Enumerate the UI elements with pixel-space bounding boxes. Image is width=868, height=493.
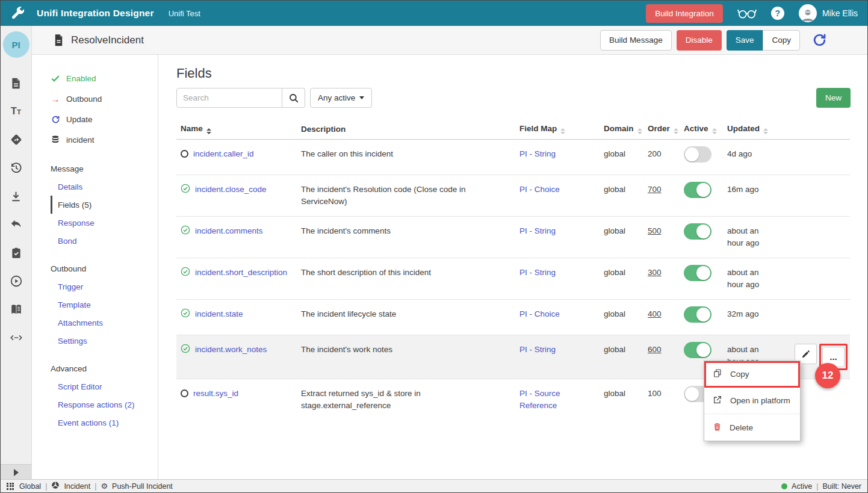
document-rail-icon[interactable] — [10, 76, 23, 90]
field-name-link[interactable]: incident.short_description — [195, 268, 287, 277]
active-toggle-on[interactable] — [684, 306, 711, 323]
field-name-link[interactable]: incident.work_notes — [195, 345, 267, 354]
build-integration-button[interactable]: Build Integration — [646, 4, 723, 23]
field-order-link[interactable]: 300 — [648, 268, 662, 277]
status-integration[interactable]: Incident — [64, 482, 90, 491]
field-order-link[interactable]: 400 — [648, 309, 662, 318]
user-avatar[interactable] — [799, 4, 817, 22]
active-toggle-on[interactable] — [684, 182, 711, 198]
active-toggle-on[interactable] — [684, 223, 711, 240]
sidebar-item-bond[interactable]: Bond — [51, 232, 158, 250]
sidebar-item-response-actions[interactable]: Response actions (2) — [51, 395, 158, 414]
refresh-icon — [51, 115, 60, 124]
wrench-icon[interactable] — [10, 6, 25, 20]
column-header-updated[interactable]: Updated — [727, 124, 784, 135]
field-description: The incident's work notes — [301, 344, 519, 356]
field-status-check-icon — [181, 267, 190, 276]
sidebar-item-update[interactable]: Update — [51, 109, 158, 129]
expand-rail-button[interactable] — [1, 464, 31, 480]
database-icon — [51, 135, 60, 144]
disable-button[interactable]: Disable — [677, 30, 722, 51]
sidebar-item-trigger[interactable]: Trigger — [51, 278, 158, 296]
context-menu-delete[interactable]: Delete — [704, 414, 800, 441]
column-header-domain[interactable]: Domain — [604, 124, 648, 135]
field-name-link[interactable]: incident.caller_id — [193, 149, 254, 158]
field-updated: 32m ago — [727, 308, 784, 320]
sidebar-item-settings[interactable]: Settings — [51, 332, 158, 350]
sidebar-item-template[interactable]: Template — [51, 296, 158, 314]
sidebar-item-script-editor[interactable]: Script Editor — [51, 377, 158, 395]
field-map-link[interactable]: PI - String — [519, 226, 556, 235]
context-menu-open-in-platform[interactable]: Open in platform — [704, 388, 800, 414]
code-icon[interactable] — [10, 331, 23, 344]
download-icon[interactable] — [10, 190, 23, 203]
field-name-link[interactable]: incident.state — [195, 309, 243, 318]
column-header-active[interactable]: Active — [684, 124, 727, 135]
sidebar-item-details[interactable]: Details — [51, 178, 158, 196]
new-button[interactable]: New — [816, 88, 851, 108]
save-button[interactable]: Save — [727, 30, 763, 51]
section-header-advanced: Advanced — [51, 359, 158, 377]
field-map-link[interactable]: PI - Source Reference — [519, 389, 560, 410]
field-map-link[interactable]: PI - Choice — [519, 185, 560, 194]
history-icon[interactable] — [10, 161, 23, 175]
sidebar-item-attachments[interactable]: Attachments — [51, 314, 158, 332]
field-order-link[interactable]: 700 — [648, 185, 662, 194]
active-toggle-on[interactable] — [684, 265, 711, 281]
copy-button[interactable]: Copy — [763, 30, 800, 51]
status-bar: Global | Incident | ⚙ Push-Pull Incident… — [1, 479, 867, 492]
field-name-link[interactable]: incident.close_code — [195, 185, 267, 194]
sidebar-item-outbound-state[interactable]: → Outbound — [51, 88, 158, 109]
field-name-link[interactable]: result.sys_id — [193, 389, 238, 398]
sort-icon — [712, 128, 717, 135]
menu-icon[interactable] — [840, 35, 856, 46]
context-menu-copy[interactable]: Copy — [704, 361, 800, 388]
column-header-field-map[interactable]: Field Map — [519, 124, 604, 135]
field-status-check-icon — [181, 344, 190, 353]
table-row: incident.close_code The incident's Resol… — [176, 175, 850, 217]
column-header-order[interactable]: Order — [648, 124, 684, 135]
external-link-icon — [713, 395, 722, 406]
column-header-name[interactable]: Name — [176, 124, 301, 135]
status-active-label: Active — [792, 482, 812, 491]
field-map-link[interactable]: PI - Choice — [519, 309, 560, 318]
field-map-link[interactable]: PI - String — [519, 345, 556, 354]
row-context-menu: Copy Open in platform Delete — [704, 361, 801, 441]
apps-grid-icon[interactable] — [7, 483, 14, 490]
documentation-book-icon[interactable] — [10, 303, 23, 316]
directions-icon[interactable] — [10, 133, 23, 146]
undo-icon[interactable] — [10, 218, 23, 231]
field-domain: global — [604, 344, 648, 356]
refresh-icon[interactable] — [812, 33, 827, 48]
integration-avatar[interactable]: PI — [3, 31, 29, 58]
preview-glasses-icon[interactable] — [736, 7, 758, 20]
help-icon[interactable]: ? — [771, 7, 784, 20]
active-filter-dropdown[interactable]: Any active — [310, 88, 372, 108]
build-message-button[interactable]: Build Message — [600, 30, 672, 51]
user-name[interactable]: Mike Ellis — [822, 8, 858, 18]
sidebar-item-response[interactable]: Response — [51, 214, 158, 232]
field-updated: 16m ago — [727, 184, 784, 196]
search-icon[interactable] — [282, 88, 305, 108]
field-order-link[interactable]: 500 — [648, 226, 662, 235]
play-circle-icon[interactable] — [10, 274, 23, 288]
search-input[interactable] — [176, 88, 282, 108]
sidebar-item-enabled[interactable]: Enabled — [51, 68, 158, 88]
sidebar-item-event-actions[interactable]: Event actions (1) — [51, 414, 158, 432]
status-message[interactable]: Push-Pull Incident — [112, 482, 173, 491]
sidebar-item-incident-table[interactable]: incident — [51, 129, 158, 150]
field-updated: 4d ago — [727, 148, 784, 160]
field-order-link[interactable]: 600 — [648, 345, 662, 354]
tasks-icon[interactable] — [10, 246, 23, 259]
field-map-link[interactable]: PI - String — [519, 149, 556, 158]
sidebar-item-fields[interactable]: Fields (5) — [51, 196, 158, 214]
status-domain[interactable]: Global — [19, 482, 41, 491]
active-toggle-off[interactable] — [684, 146, 711, 163]
column-header-description[interactable]: Description — [301, 125, 519, 134]
field-map-link[interactable]: PI - String — [519, 268, 556, 277]
field-status-empty-icon — [181, 150, 188, 158]
text-format-icon[interactable]: TT — [10, 105, 23, 118]
field-name-link[interactable]: incident.comments — [195, 226, 263, 235]
field-status-empty-icon — [181, 389, 188, 397]
active-toggle-on[interactable] — [684, 342, 711, 358]
